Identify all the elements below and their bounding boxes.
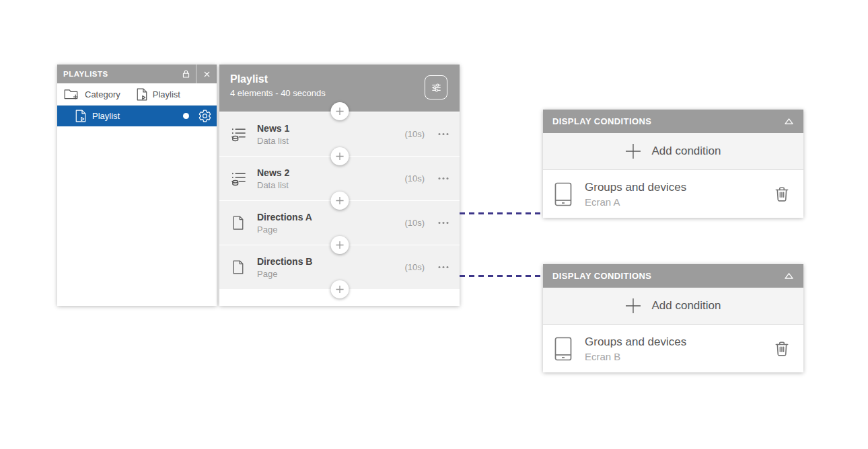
- playlist-editor-subtitle: 4 elements - 40 seconds: [230, 88, 449, 98]
- element-menu-button[interactable]: [435, 130, 451, 138]
- condition-text: Groups and devices Ecran B: [585, 335, 686, 362]
- playlist-editor-panel: Playlist 4 elements - 40 seconds: [219, 65, 460, 306]
- playlists-panel-header: PLAYLISTS: [57, 65, 217, 83]
- element-text: Directions B Page: [257, 256, 312, 279]
- delete-condition-button[interactable]: [772, 183, 792, 205]
- insert-element-button[interactable]: [330, 280, 349, 298]
- page-play-icon: [137, 88, 147, 101]
- condition-title: Groups and devices: [585, 181, 686, 194]
- page-icon: [230, 215, 246, 231]
- playlists-panel: PLAYLISTS: [57, 65, 217, 306]
- device-icon: [554, 182, 572, 206]
- element-title: Directions B: [257, 256, 312, 267]
- ellipsis-icon: [438, 266, 449, 269]
- element-type: Page: [257, 269, 312, 279]
- add-condition-label: Add condition: [651, 299, 721, 313]
- collapse-button[interactable]: [784, 118, 794, 125]
- triangle-up-icon: [784, 118, 794, 125]
- element-type: Page: [257, 225, 312, 235]
- condition-row[interactable]: Groups and devices Ecran B: [543, 325, 803, 372]
- condition-row[interactable]: Groups and devices Ecran A: [543, 170, 803, 218]
- collapse-button[interactable]: [784, 272, 794, 280]
- plus-icon: [335, 107, 344, 116]
- display-conditions-header: DISPLAY CONDITIONS: [543, 264, 803, 288]
- insert-element-button[interactable]: [330, 147, 349, 165]
- page-icon: [230, 259, 246, 275]
- unsaved-changes-dot: [183, 113, 189, 119]
- plus-icon: [335, 196, 344, 205]
- display-conditions-panel-a: DISPLAY CONDITIONS Add condition Groups …: [543, 110, 803, 218]
- display-conditions-title: DISPLAY CONDITIONS: [552, 271, 651, 281]
- folder-plus-icon: [64, 87, 79, 101]
- element-menu-button[interactable]: [435, 174, 451, 183]
- condition-text: Groups and devices Ecran A: [585, 181, 686, 208]
- ellipsis-icon: [438, 221, 449, 225]
- playlist-editor-title: Playlist: [230, 73, 449, 85]
- page-play-icon: [75, 110, 86, 122]
- trash-icon: [773, 185, 791, 204]
- device-icon: [554, 337, 572, 361]
- element-title: News 2: [257, 167, 289, 178]
- plus-icon: [335, 152, 344, 161]
- playlists-header-actions: [176, 65, 217, 83]
- element-menu-button[interactable]: [435, 218, 451, 227]
- display-conditions-title: DISPLAY CONDITIONS: [552, 116, 651, 126]
- element-duration: (10s): [404, 173, 425, 183]
- add-category-button[interactable]: Category: [64, 87, 120, 101]
- add-condition-label: Add condition: [651, 145, 721, 158]
- playlists-panel-title: PLAYLISTS: [57, 70, 176, 78]
- plus-icon: [335, 241, 344, 249]
- element-text: News 1 Data list: [257, 123, 289, 146]
- add-condition-button[interactable]: Add condition: [543, 133, 803, 170]
- ellipsis-icon: [438, 132, 449, 136]
- add-playlist-label: Playlist: [153, 89, 180, 99]
- plus-icon: [335, 285, 344, 294]
- trash-icon: [773, 339, 791, 358]
- close-icon: [203, 70, 211, 79]
- condition-value: Ecran A: [585, 196, 686, 208]
- add-condition-button[interactable]: Add condition: [543, 288, 803, 325]
- data-list-icon: [230, 126, 246, 142]
- add-category-label: Category: [85, 89, 120, 99]
- condition-link-line: [460, 275, 543, 277]
- playlist-tree-item-label: Playlist: [92, 111, 183, 121]
- element-title: Directions A: [257, 212, 312, 222]
- triangle-up-icon: [784, 272, 794, 280]
- element-title: News 1: [257, 123, 289, 134]
- plus-icon: [625, 298, 641, 314]
- condition-title: Groups and devices: [585, 335, 686, 349]
- element-duration: (10s): [404, 129, 425, 139]
- pin-lock-button[interactable]: [176, 65, 196, 83]
- insert-element-button[interactable]: [330, 102, 349, 120]
- delete-condition-button[interactable]: [772, 338, 792, 360]
- element-type: Data list: [257, 180, 289, 190]
- element-text: News 2 Data list: [257, 167, 289, 190]
- condition-value: Ecran B: [585, 351, 686, 362]
- element-duration: (10s): [404, 218, 425, 228]
- insert-element-button[interactable]: [330, 192, 349, 210]
- playlist-options-button[interactable]: [425, 75, 447, 99]
- playlist-tree-item-selected[interactable]: Playlist: [57, 106, 217, 126]
- add-playlist-button[interactable]: Playlist: [137, 88, 180, 101]
- element-menu-button[interactable]: [435, 263, 451, 272]
- sliders-icon: [431, 82, 442, 93]
- display-conditions-header: DISPLAY CONDITIONS: [543, 110, 803, 133]
- ellipsis-icon: [438, 177, 449, 180]
- element-text: Directions A Page: [257, 212, 312, 235]
- playlists-toolbar: Category Playlist: [57, 83, 217, 106]
- insert-element-button[interactable]: [330, 236, 349, 254]
- plus-icon: [625, 143, 641, 159]
- playlist-settings-button[interactable]: [198, 109, 212, 123]
- close-panel-button[interactable]: [196, 65, 217, 83]
- condition-link-line: [460, 212, 543, 214]
- data-list-icon: [230, 171, 246, 186]
- display-conditions-panel-b: DISPLAY CONDITIONS Add condition Groups …: [543, 264, 803, 372]
- lock-icon: [181, 69, 191, 79]
- element-duration: (10s): [404, 262, 425, 272]
- gear-icon: [198, 109, 212, 123]
- element-type: Data list: [257, 136, 289, 146]
